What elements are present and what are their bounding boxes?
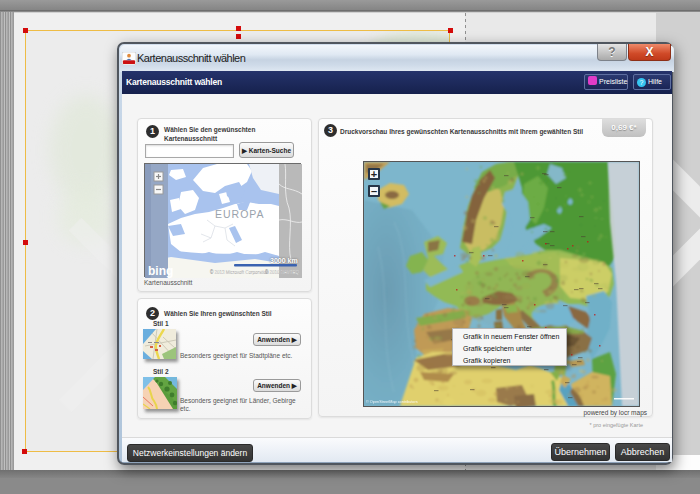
svg-text:© 2013 Microsoft Corporation: © 2013 Microsoft Corporation xyxy=(210,269,269,275)
svg-text:bing: bing xyxy=(148,264,173,278)
svg-text:© 2010 NAVTEQ: © 2010 NAVTEQ xyxy=(265,269,299,275)
svg-text:3000 km: 3000 km xyxy=(270,257,298,264)
svg-text:EUROPA: EUROPA xyxy=(215,208,265,220)
svg-text:© OpenStreetMap contributors: © OpenStreetMap contributors xyxy=(366,400,418,404)
